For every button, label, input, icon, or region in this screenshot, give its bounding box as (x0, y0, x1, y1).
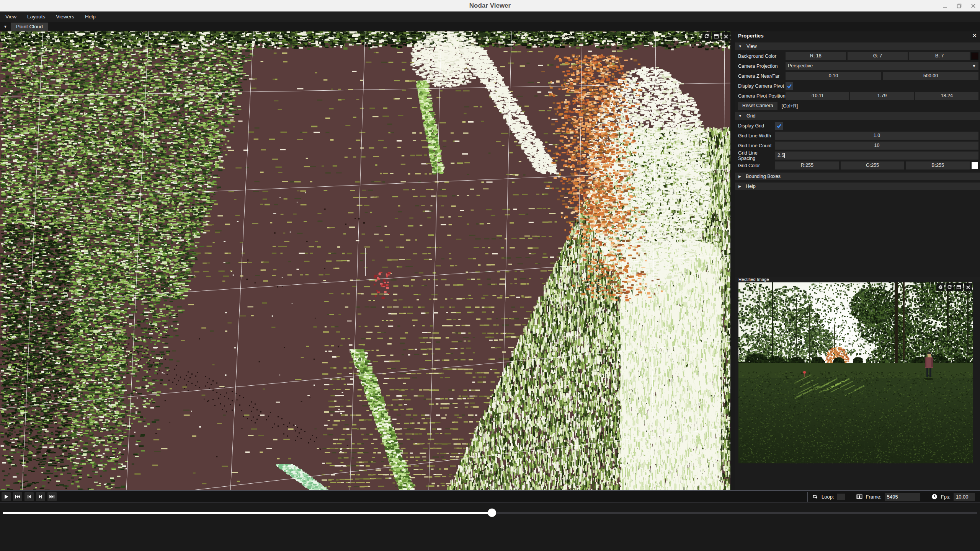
background-color-swatch[interactable] (971, 52, 978, 60)
section-view-label: View (746, 44, 757, 49)
minimize-button[interactable] (942, 3, 948, 9)
previous-frame-button[interactable] (24, 492, 34, 501)
restore-icon (957, 3, 962, 8)
skip-to-end-button[interactable] (47, 492, 57, 501)
timeline-slider[interactable] (0, 503, 980, 523)
frame-group: Frame: (852, 492, 924, 502)
section-bounding-boxes[interactable]: ▶ Bounding Boxes (735, 173, 980, 180)
background-color-b-field[interactable]: B: 7 (909, 52, 970, 60)
row-camera-z: Camera Z Near/Far 0.10 500.00 (738, 72, 978, 80)
pointcloud-panel-header: ▼ Point Cloud (0, 22, 980, 31)
row-grid-line-spacing: Grid Line Spacing 2.5 (738, 152, 978, 160)
camera-pivot-position-label: Camera Pivot Position (738, 93, 786, 99)
gear-icon (938, 284, 943, 290)
camera-projection-dropdown[interactable]: Perspective ▼ (786, 62, 978, 70)
grid-line-count-field[interactable]: 10 (775, 142, 978, 150)
menu-viewers[interactable]: Viewers (51, 11, 80, 22)
rectified-refresh-button[interactable] (946, 283, 954, 291)
display-camera-pivot-label: Display Camera Pivot (738, 83, 786, 89)
play-button[interactable] (2, 492, 11, 501)
triangle-right-icon: ▶ (738, 174, 741, 178)
properties-panel: Properties ✕ ▼ View Background Color R: … (735, 31, 980, 490)
slider-track-filled[interactable] (3, 512, 492, 514)
skip-end-icon (49, 493, 56, 500)
background-color-r-field[interactable]: R: 18 (786, 52, 846, 60)
chevron-down-icon: ▼ (972, 62, 976, 70)
loop-checkbox[interactable] (837, 494, 845, 500)
row-display-camera-pivot: Display Camera Pivot (738, 82, 978, 90)
text-caret (784, 153, 785, 158)
properties-title: Properties (738, 33, 764, 39)
camera-pivot-x-field[interactable]: -10.11 (786, 92, 849, 100)
viewport-maximize-button[interactable] (712, 32, 720, 41)
slider-track-remaining[interactable] (492, 512, 977, 514)
rectified-maximize-button[interactable] (955, 283, 963, 291)
section-help[interactable]: ▶ Help (735, 183, 980, 190)
loop-icon (812, 493, 818, 500)
display-grid-label: Display Grid (738, 123, 775, 129)
section-help-label: Help (746, 184, 756, 189)
pointcloud-tab[interactable]: Point Cloud (11, 23, 48, 31)
next-frame-button[interactable] (36, 492, 45, 501)
menu-view[interactable]: View (0, 11, 22, 22)
camera-pivot-z-field[interactable]: 18.24 (915, 92, 978, 100)
playback-bar: Loop: Frame: Fps: (0, 490, 980, 503)
row-display-grid: Display Grid (738, 122, 978, 130)
next-frame-icon (37, 493, 44, 500)
triangle-down-icon: ▼ (738, 44, 742, 48)
grid-line-width-label: Grid Line Width (738, 133, 775, 139)
camera-pivot-y-field[interactable]: 1.79 (850, 92, 913, 100)
frame-input[interactable] (885, 493, 920, 501)
rectified-image-canvas[interactable] (738, 282, 973, 463)
background-color-label: Background Color (738, 54, 786, 59)
prev-frame-icon (26, 493, 33, 500)
row-background-color: Background Color R: 18 G: 7 B: 7 (738, 52, 978, 60)
row-reset-camera: Reset Camera [Ctrl+R] (738, 102, 978, 110)
restore-button[interactable] (956, 3, 962, 9)
menu-layouts[interactable]: Layouts (22, 11, 51, 22)
display-grid-checkbox[interactable] (775, 122, 783, 130)
maximize-icon (713, 33, 719, 39)
viewport-close-button[interactable] (722, 32, 730, 41)
grid-color-g-field[interactable]: G:255 (841, 161, 905, 170)
check-icon (776, 123, 782, 129)
camera-z-far-field[interactable]: 500.00 (883, 72, 978, 80)
row-grid-color: Grid Color R:255 G:255 B:255 (738, 161, 978, 170)
properties-title-bar: Properties ✕ (735, 31, 980, 40)
skip-start-icon (14, 493, 21, 500)
menu-help[interactable]: Help (80, 11, 101, 22)
title-bar: Nodar Viewer (0, 0, 980, 12)
viewport-refresh-button[interactable] (702, 32, 711, 41)
refresh-icon (704, 33, 710, 39)
maximize-icon (956, 284, 962, 290)
slider-handle[interactable] (488, 509, 496, 517)
grid-color-label: Grid Color (738, 163, 775, 168)
section-grid[interactable]: ▼ Grid (735, 112, 980, 120)
triangle-right-icon: ▶ (738, 184, 741, 188)
rectified-settings-button[interactable] (936, 283, 944, 291)
grid-line-width-field[interactable]: 1.0 (775, 132, 978, 140)
grid-line-spacing-field[interactable]: 2.5 (775, 152, 978, 160)
grid-color-r-field[interactable]: R:255 (775, 161, 839, 170)
properties-close-button[interactable]: ✕ (972, 32, 977, 39)
background-color-g-field[interactable]: G: 7 (848, 52, 908, 60)
collapse-triangle-icon[interactable]: ▼ (3, 24, 7, 29)
skip-to-start-button[interactable] (13, 492, 22, 501)
section-view[interactable]: ▼ View (735, 42, 980, 50)
loop-group: Loop: (807, 492, 849, 502)
fps-input[interactable] (954, 493, 975, 501)
display-camera-pivot-checkbox[interactable] (786, 82, 793, 90)
rectified-close-button[interactable] (964, 283, 972, 291)
pointcloud-viewport[interactable] (0, 31, 730, 490)
section-grid-label: Grid (746, 113, 756, 119)
close-icon (971, 3, 976, 8)
row-camera-projection: Camera Projection Perspective ▼ (738, 62, 978, 70)
pointcloud-canvas[interactable] (0, 31, 730, 490)
reset-camera-button[interactable]: Reset Camera (738, 102, 777, 110)
grid-color-b-field[interactable]: B:255 (906, 161, 970, 170)
grid-color-swatch[interactable] (971, 162, 978, 169)
row-grid-line-width: Grid Line Width 1.0 (738, 132, 978, 140)
camera-z-near-field[interactable]: 0.10 (786, 72, 881, 80)
rectified-image-panel: Rectified Image (735, 277, 980, 282)
close-window-button[interactable] (970, 3, 976, 9)
